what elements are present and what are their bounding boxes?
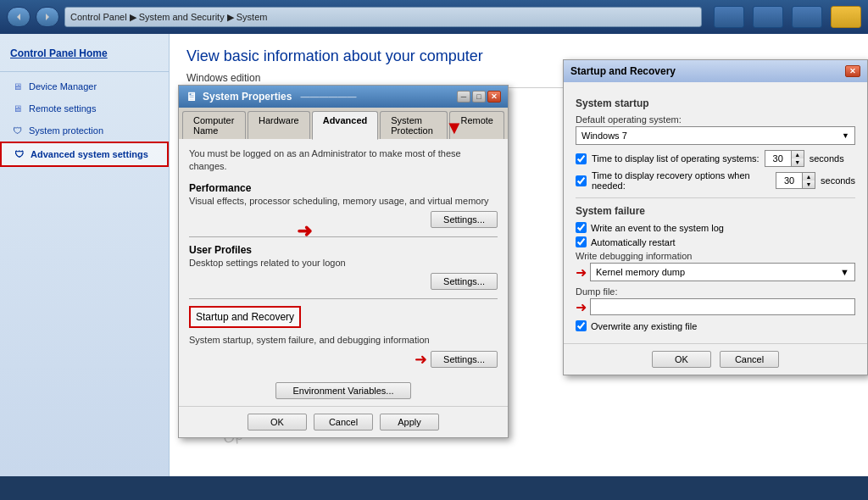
overwrite-checkbox[interactable] (576, 320, 587, 331)
debug-dropdown-row: ➜ Kernel memory dump ▼ (576, 263, 855, 281)
performance-settings-btn-container: Settings... (189, 211, 498, 228)
time-recovery-label: Time to display recovery options when ne… (592, 170, 771, 191)
sidebar-item-remote-settings[interactable]: 🖥 Remote settings (0, 97, 169, 119)
taskbar: Control Panel ▶ System and Security ▶ Sy… (0, 0, 868, 34)
sidebar-divider (0, 71, 169, 72)
system-failure-label: System failure (576, 205, 855, 217)
time-recovery-checkbox[interactable] (576, 175, 587, 186)
time-recovery-input[interactable] (776, 173, 802, 188)
arrow-debug-icon: ➜ (576, 264, 587, 281)
dialog-titlebar: 🖥 System Properties —————— ─ □ ✕ (179, 86, 508, 108)
sidebar-item-label-device: Device Manager (29, 81, 97, 92)
arrow-right-startup: ➜ (415, 350, 427, 369)
arrow-down-advanced: ▼ (445, 117, 464, 139)
svg-marker-0 (17, 14, 20, 20)
back-btn[interactable] (7, 7, 31, 27)
debug-info-label: Write debugging information (576, 251, 855, 261)
main-layout: Control Panel Home 🖥 Device Manager 🖥 Re… (0, 34, 868, 476)
apply-btn[interactable]: Apply (380, 414, 439, 431)
remote-settings-icon: 🖥 (10, 102, 24, 115)
dump-file-row: ➜ %SystemRoot%\MEMORY.DMP (576, 298, 855, 315)
cancel-btn[interactable]: Cancel (314, 414, 373, 431)
dialog-title-text: 🖥 System Properties —————— (186, 90, 356, 103)
time-recovery-row: Time to display recovery options when ne… (576, 170, 855, 191)
startup-settings-row: ➜ Settings... (189, 350, 498, 369)
default-os-dropdown[interactable]: Windows 7 ▼ (576, 126, 855, 145)
tab-hardware[interactable]: Hardware (248, 111, 310, 139)
sidebar: Control Panel Home 🖥 Device Manager 🖥 Re… (0, 34, 170, 476)
advanced-settings-icon: 🛡 (12, 147, 25, 161)
ok-btn[interactable]: OK (248, 414, 307, 431)
system-protection-icon: 🛡 (10, 124, 24, 137)
user-profiles-settings-btn[interactable]: Settings... (431, 273, 498, 290)
content-area: View basic information about your comput… (170, 34, 868, 476)
time-recovery-spinner[interactable]: ▲ ▼ (776, 172, 815, 189)
startup-section-header: Startup and Recovery (189, 306, 498, 331)
time-display-input[interactable] (765, 151, 791, 166)
spinner-down-btn[interactable]: ▼ (792, 158, 804, 166)
time-display-spinner[interactable]: ▲ ▼ (765, 150, 804, 167)
time-recovery-up-btn[interactable]: ▲ (803, 173, 815, 181)
time-display-label: Time to display list of operating system… (592, 153, 760, 164)
tab-advanced[interactable]: Advanced (312, 111, 379, 140)
dump-file-input[interactable]: %SystemRoot%\MEMORY.DMP (590, 298, 855, 315)
startup-dialog-titlebar: Startup and Recovery ✕ (564, 60, 867, 82)
user-profiles-desc: Desktop settings related to your logon (189, 258, 498, 268)
close-btn[interactable]: ✕ (487, 91, 501, 103)
spinner-btns: ▲ ▼ (791, 151, 804, 166)
arrow-right-performance: ➜ (297, 220, 312, 242)
auto-restart-checkbox[interactable] (576, 236, 587, 247)
startup-recovery-title: Startup and Recovery (189, 306, 301, 328)
time-recovery-spinner-btns: ▲ ▼ (802, 173, 815, 188)
env-variables-row: Environment Variables... (189, 382, 498, 399)
sidebar-item-system-protection[interactable]: 🛡 System protection (0, 119, 169, 142)
sidebar-item-advanced-system-settings[interactable]: 🛡 Advanced system settings (0, 142, 169, 167)
spinner-up-btn[interactable]: ▲ (792, 151, 804, 158)
overwrite-label: Overwrite any existing file (591, 321, 697, 331)
time-recovery-unit: seconds (821, 175, 855, 186)
user-profiles-title: User Profiles (189, 244, 498, 256)
startup-desc: System startup, system failure, and debu… (189, 335, 498, 345)
divider-2 (189, 298, 498, 299)
auto-restart-label: Automatically restart (591, 237, 676, 247)
arrow-dump-icon: ➜ (576, 299, 587, 315)
startup-dialog-footer: OK Cancel (564, 343, 867, 375)
kernel-dump-dropdown[interactable]: Kernel memory dump ▼ (590, 263, 855, 281)
performance-settings-btn[interactable]: Settings... (431, 211, 498, 228)
time-display-row: Time to display list of operating system… (576, 150, 855, 167)
sidebar-item-label-advanced: Advanced system settings (31, 149, 148, 159)
write-event-label: Write an event to the system log (591, 223, 724, 233)
dump-dropdown-arrow: ▼ (840, 267, 849, 277)
dropdown-arrow-icon: ▼ (842, 131, 849, 140)
taskbar-icon-4 (831, 6, 861, 28)
time-recovery-down-btn[interactable]: ▼ (803, 181, 815, 188)
tab-computer-name[interactable]: Computer Name (182, 111, 246, 139)
dump-file-label: Dump file: (576, 286, 855, 297)
tab-system-protection[interactable]: System Protection (380, 111, 448, 139)
startup-ok-btn[interactable]: OK (652, 351, 711, 368)
performance-title: Performance (189, 182, 498, 194)
time-display-unit: seconds (810, 153, 844, 164)
time-display-checkbox[interactable] (576, 153, 587, 164)
taskbar-icon-3 (792, 6, 822, 28)
env-variables-btn[interactable]: Environment Variables... (275, 382, 411, 399)
dialog-controls: ─ □ ✕ (457, 91, 501, 103)
maximize-btn[interactable]: □ (472, 91, 486, 103)
minimize-btn[interactable]: ─ (457, 91, 470, 103)
admin-note: You must be logged on as an Administrato… (189, 147, 498, 174)
startup-cancel-btn[interactable]: Cancel (720, 351, 779, 368)
startup-recovery-dialog: Startup and Recovery ✕ System startup De… (563, 59, 868, 375)
device-manager-icon: 🖥 (10, 80, 24, 93)
sidebar-item-label-system: System protection (29, 125, 103, 136)
startup-dialog-close[interactable]: ✕ (845, 65, 860, 77)
startup-settings-btn[interactable]: Settings... (431, 351, 498, 368)
address-path: Control Panel ▶ System and Security ▶ Sy… (70, 12, 267, 23)
dialog-footer: OK Cancel Apply (179, 406, 508, 437)
sidebar-item-label-remote: Remote settings (29, 103, 96, 114)
sidebar-title[interactable]: Control Panel Home (0, 42, 169, 68)
sidebar-item-device-manager[interactable]: 🖥 Device Manager (0, 75, 169, 97)
forward-btn[interactable] (36, 7, 59, 27)
write-event-checkbox[interactable] (576, 222, 587, 233)
performance-desc: Visual effects, processor scheduling, me… (189, 196, 498, 206)
svg-marker-1 (46, 14, 49, 20)
